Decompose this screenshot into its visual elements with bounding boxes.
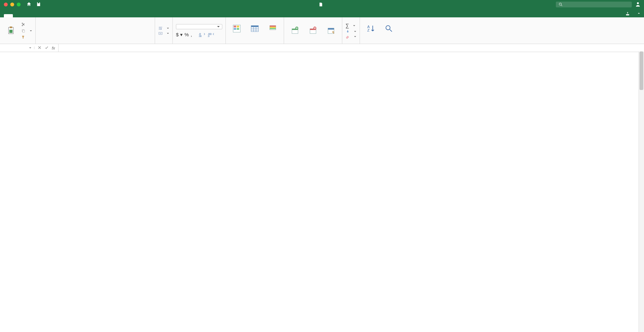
close-window-button[interactable] [4,3,8,6]
worksheet [0,52,644,332]
window-controls [0,3,21,6]
tab-home[interactable] [4,14,13,17]
group-clipboard [0,17,36,44]
svg-rect-16 [234,28,236,30]
group-alignment [155,17,173,44]
cut-button[interactable] [21,22,32,27]
merge-center-button[interactable] [158,31,169,36]
cancel-formula-button[interactable] [38,46,41,50]
conditional-formatting-icon [232,24,242,33]
find-icon [384,24,394,33]
conditional-formatting-button[interactable] [229,24,244,38]
row-headers [0,52,10,332]
percent-button[interactable]: % [185,32,189,38]
wrap-text-button[interactable] [158,26,169,31]
delete-cells-button[interactable] [305,26,321,36]
svg-rect-22 [270,26,276,27]
clear-button[interactable] [345,34,356,39]
svg-rect-4 [9,30,13,33]
group-number: $ ▾ % , .0.00 .00.0 [173,17,226,44]
save-icon[interactable] [36,2,41,8]
svg-text:Z: Z [367,28,370,32]
tab-insert[interactable] [13,14,22,17]
window-titlebar [0,0,644,9]
insert-cells-button[interactable] [287,26,303,36]
format-as-table-button[interactable] [247,24,262,38]
group-styles [226,17,284,44]
format-painter-button[interactable] [21,35,32,40]
collapse-ribbon-button[interactable] [637,11,641,16]
cell-styles-icon [268,24,278,33]
share-button[interactable] [625,12,631,16]
svg-rect-17 [237,26,239,28]
insert-cells-icon [290,26,300,35]
maximize-window-button[interactable] [17,3,21,6]
fx-button[interactable]: fx [52,46,55,50]
enter-formula-button[interactable] [45,46,49,50]
scrollbar-thumb[interactable] [639,51,643,90]
ribbon: $ ▾ % , .0.00 .00.0 [0,17,644,44]
svg-rect-20 [251,26,259,27]
svg-rect-3 [10,27,12,28]
sort-filter-icon: AZ [366,24,376,33]
search-icon [558,2,563,7]
tab-developer[interactable] [153,14,162,17]
document-title [319,2,325,7]
merge-cells-icon [158,31,163,36]
svg-point-1 [637,2,639,4]
fill-down-icon [345,29,350,34]
cell-styles-button[interactable] [265,24,281,38]
autosum-button[interactable]: ∑ [345,23,356,29]
currency-button[interactable]: $ ▾ [176,32,183,38]
group-cells [284,17,342,44]
group-find: AZ [360,17,400,44]
format-cells-button[interactable] [323,26,339,36]
format-as-table-icon [250,24,260,33]
home-icon[interactable] [26,2,32,8]
copy-icon [21,29,26,33]
increase-decimal-button[interactable]: .0.00 [198,32,206,38]
eraser-icon [345,34,350,39]
fill-button[interactable] [345,29,356,34]
copy-button[interactable] [21,29,32,33]
svg-rect-32 [328,28,334,30]
name-box[interactable] [0,47,34,49]
ribbon-tabs [0,9,644,17]
sigma-icon: ∑ [345,23,349,29]
svg-text:.0: .0 [207,35,209,37]
svg-text:A: A [367,25,370,29]
tab-view[interactable] [144,14,153,17]
svg-rect-8 [23,30,25,32]
format-painter-icon [21,35,26,40]
svg-text:.00: .00 [198,35,202,37]
svg-rect-18 [237,28,239,30]
decrease-decimal-button[interactable]: .00.0 [207,32,215,38]
search-sheet-input[interactable] [556,2,632,7]
column-headers [10,52,644,58]
svg-rect-23 [270,27,276,28]
user-account-icon[interactable] [635,1,641,8]
formula-bar: fx [0,44,644,52]
format-cells-icon [326,26,336,35]
group-editing: ∑ [342,17,360,44]
comma-button[interactable]: , [191,32,192,38]
svg-point-0 [559,3,561,5]
delete-cells-icon [308,26,318,35]
svg-point-6 [22,23,23,24]
find-select-button[interactable] [381,24,397,38]
scissors-icon [21,22,26,27]
svg-rect-15 [234,26,236,28]
minimize-window-button[interactable] [10,3,14,6]
vertical-scrollbar[interactable] [639,51,644,332]
sort-filter-button[interactable]: AZ [363,24,379,38]
svg-rect-24 [270,28,276,29]
excel-file-icon [319,2,323,7]
svg-point-5 [22,25,23,26]
svg-point-35 [386,26,390,30]
wrap-text-icon [158,26,163,31]
paste-button[interactable] [3,26,19,36]
quick-access-toolbar [26,2,41,8]
clipboard-paste-icon [6,26,16,35]
number-format-select[interactable] [176,24,222,29]
